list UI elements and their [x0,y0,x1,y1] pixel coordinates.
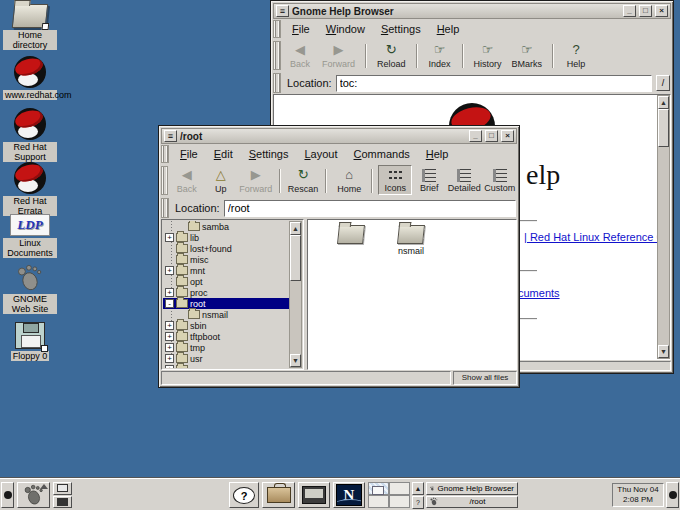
history-button[interactable]: ☞ History [469,40,507,71]
reference-guide-link[interactable]: | Red Hat Linux Reference Guide [524,231,671,243]
desktop-icon-gnome-web-site[interactable]: GNOME Web Site [2,264,58,314]
minimize-button[interactable]: _ [469,130,482,142]
expander-icon[interactable]: + [165,288,174,297]
handle-grip[interactable] [161,198,169,218]
scroll-up-icon[interactable]: ▲ [290,222,301,235]
netscape-icon: N [336,484,362,506]
file-icon-panel[interactable]: nsmail [307,219,517,370]
index-button[interactable]: ☞ Index [423,40,457,71]
screenshooter-button[interactable] [53,482,72,495]
tree-scrollbar[interactable]: ▲ ▼ [289,221,302,368]
menu-commands[interactable]: Commands [347,146,417,162]
expander-icon[interactable]: + [165,321,174,330]
handle-grip[interactable] [273,41,281,70]
control-center-launcher[interactable] [262,482,295,508]
brief-view-button[interactable]: Brief [412,165,446,195]
home-button[interactable]: ⌂ Home [332,165,366,196]
forward-icon: ▶ [251,168,261,183]
menu-edit[interactable]: Edit [207,146,240,162]
task-button-help-browser[interactable]: Gnome Help Browser [426,482,518,495]
handle-grip[interactable] [273,73,281,93]
desktop-icon-red-hat-support[interactable]: Red Hat Support [2,108,58,162]
rescan-button[interactable]: ↻ Rescan [286,165,320,196]
location-input[interactable] [224,200,516,217]
workspace-2[interactable] [389,482,410,495]
desktop-icon-home-directory[interactable]: Home directory [2,4,58,50]
workspace-3[interactable] [368,495,389,508]
expander-icon[interactable]: + [165,343,174,352]
back-button[interactable]: ◀ Back [283,40,317,71]
tree-item-var[interactable]: +var [163,364,289,368]
bmarks-button[interactable]: ☞ BMarks [507,40,548,71]
window-menu-icon[interactable]: ≡ [164,130,177,142]
scroll-down-icon[interactable]: ▼ [290,354,301,367]
menu-help[interactable]: Help [419,146,456,162]
vertical-scrollbar[interactable]: ▲ ▼ [657,95,670,359]
workspace-4[interactable] [389,495,410,508]
clock-applet[interactable]: Thu Nov 04 2:08 PM [612,483,664,507]
location-input[interactable] [336,75,652,92]
window-menu-icon[interactable]: ≡ [276,5,289,17]
close-button[interactable]: × [501,130,514,142]
expander-icon[interactable]: + [165,266,174,275]
expander-icon[interactable]: + [165,332,174,341]
help-launcher[interactable]: ? [229,482,259,508]
tree-item-root-selected[interactable]: -root [163,298,289,309]
maximize-button[interactable]: □ [485,130,498,142]
back-button[interactable]: ◀ Back [170,165,204,196]
arrow-up-icon[interactable]: ▲ [412,482,424,495]
detailed-view-button[interactable]: Detailed [446,165,482,195]
forward-button[interactable]: ▶ Forward [238,165,274,196]
help-toolbar: ◀ Back ▶ Forward ↻ Reload ☞ Index ☞ Hist… [271,39,673,72]
documents-link[interactable]: cuments [518,287,560,299]
desktop-icon-red-hat-errata[interactable]: Red Hat Errata [2,162,58,216]
workspace-1[interactable] [368,482,389,495]
file-item[interactable] [326,225,376,256]
desktop-icon-www-redhat-com[interactable]: www.redhat.com [2,56,58,100]
menu-file[interactable]: File [285,21,317,37]
maximize-button[interactable]: □ [639,5,652,17]
menu-window[interactable]: Window [319,21,372,37]
netscape-launcher[interactable]: N [333,482,365,508]
menu-file[interactable]: File [173,146,205,162]
minimize-button[interactable]: _ [623,5,636,17]
file-item-nsmail[interactable]: nsmail [386,225,436,256]
handle-grip[interactable] [161,166,168,195]
menu-layout[interactable]: Layout [297,146,344,162]
icons-view-button[interactable]: Icons [378,165,412,195]
location-dropdown-button[interactable]: / [656,75,670,91]
scroll-down-icon[interactable]: ▼ [658,345,669,358]
menu-help[interactable]: Help [430,21,467,37]
panel-hide-left-button[interactable] [1,482,14,508]
expander-icon[interactable]: - [165,299,174,308]
panel-hide-right-button[interactable] [666,482,679,508]
help-window-titlebar[interactable]: ≡ Gnome Help Browser _ □ × [273,3,671,19]
close-button[interactable]: × [655,5,668,17]
scrollbar-thumb[interactable] [290,235,301,281]
up-button[interactable]: △ Up [204,165,238,196]
location-label: Location: [175,202,220,214]
desk-guide-applet[interactable] [368,482,410,508]
menu-settings[interactable]: Settings [242,146,296,162]
handle-grip[interactable] [161,145,169,163]
reload-button[interactable]: ↻ Reload [372,40,411,71]
lock-screen-button[interactable] [53,496,72,509]
deskguide-help-button[interactable]: ? [412,496,424,509]
scrollbar-thumb[interactable] [658,109,669,147]
expander-icon[interactable]: + [165,365,174,368]
forward-button[interactable]: ▶ Forward [317,40,360,71]
terminal-launcher[interactable] [298,482,330,508]
expander-icon[interactable]: + [165,354,174,363]
desktop-icon-floppy-0[interactable]: Floppy 0 [2,322,58,361]
custom-view-button[interactable]: Custom [482,165,517,195]
file-window-titlebar[interactable]: ≡ /root _ □ × [161,128,517,144]
help-button[interactable]: ? Help [559,40,593,71]
expander-icon[interactable]: + [165,233,174,242]
desktop-icon-linux-documents[interactable]: LDP Linux Documents [2,214,58,258]
task-button-root[interactable]: /root [426,496,518,509]
menu-settings[interactable]: Settings [374,21,428,37]
file-location-bar: Location: [159,197,519,219]
scroll-up-icon[interactable]: ▲ [658,96,669,109]
handle-grip[interactable] [273,20,281,38]
main-menu-button[interactable] [17,482,50,508]
